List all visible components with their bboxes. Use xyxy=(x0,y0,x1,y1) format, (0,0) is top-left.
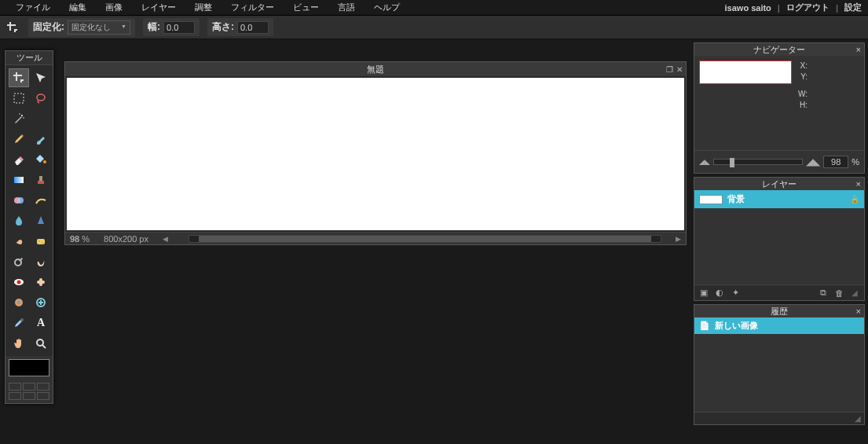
type-tool[interactable]: A xyxy=(31,314,51,332)
history-close-icon[interactable]: × xyxy=(856,306,861,316)
zoom-tool[interactable] xyxy=(31,334,51,353)
lock-icon: 🔒 xyxy=(850,195,859,204)
hand-tool[interactable] xyxy=(9,334,29,353)
width-input[interactable] xyxy=(163,21,195,34)
navigator-coordinates: X: Y: W: H: xyxy=(798,61,808,111)
blur-tool[interactable] xyxy=(9,211,29,230)
gradient-tool[interactable] xyxy=(9,171,29,189)
pinch-tool[interactable] xyxy=(31,293,51,312)
zoom-slider[interactable] xyxy=(713,159,803,165)
svg-point-24 xyxy=(37,339,43,346)
canvas-zoom-value: 98 xyxy=(70,234,79,244)
resize-grip-icon[interactable]: ◢ xyxy=(848,288,861,299)
move-tool[interactable] xyxy=(31,68,51,87)
pencil-tool[interactable] xyxy=(9,130,29,149)
fixation-select[interactable]: 固定化なし xyxy=(68,20,130,35)
navigator-title: ナビゲーター xyxy=(753,44,805,56)
history-item[interactable]: 📄 新しい画像 xyxy=(694,317,864,334)
svg-point-13 xyxy=(42,242,43,244)
color-replace-tool[interactable] xyxy=(9,191,29,210)
duplicate-layer-icon[interactable]: ⧉ xyxy=(817,288,830,299)
zoom-value-input[interactable]: 98 xyxy=(823,156,848,168)
menu-layer[interactable]: レイヤー xyxy=(132,0,185,15)
navigator-thumbnail[interactable] xyxy=(699,61,792,84)
menu-file[interactable]: ファイル xyxy=(6,0,60,15)
svg-point-12 xyxy=(38,240,40,242)
settings-link[interactable]: 設定 xyxy=(844,2,862,13)
layer-fx-icon[interactable]: ✦ xyxy=(729,288,742,299)
burn-tool[interactable] xyxy=(31,252,51,271)
red-eye-tool[interactable] xyxy=(9,273,29,292)
empty-tool-slot xyxy=(31,109,51,128)
tools-panel: ツール A xyxy=(5,50,53,404)
svg-point-2 xyxy=(21,115,23,116)
user-name: isawo saito xyxy=(725,3,771,13)
menu-edit[interactable]: 編集 xyxy=(60,0,96,15)
height-label: 高さ: xyxy=(212,20,234,34)
history-item-label: 新しい画像 xyxy=(715,320,758,332)
sharpen-tool[interactable] xyxy=(31,211,51,230)
swatch-palette[interactable] xyxy=(5,380,53,403)
svg-rect-7 xyxy=(38,181,44,184)
svg-rect-8 xyxy=(39,176,42,181)
brush-tool[interactable] xyxy=(31,130,51,149)
layer-name: 背景 xyxy=(727,193,745,205)
navigator-close-icon[interactable]: × xyxy=(856,45,861,54)
canvas-dimensions: 800x200 px xyxy=(104,234,148,244)
layers-close-icon[interactable]: × xyxy=(856,179,861,189)
options-bar: 固定化: 固定化なし 幅: 高さ: xyxy=(0,16,868,39)
menu-filter[interactable]: フィルター xyxy=(222,0,284,15)
eraser-tool[interactable] xyxy=(9,150,29,169)
layer-mask-icon[interactable]: ◐ xyxy=(713,288,726,299)
menu-image[interactable]: 画像 xyxy=(96,0,132,15)
new-layer-icon[interactable]: ▣ xyxy=(698,288,710,299)
layer-row[interactable]: 背景 🔒 xyxy=(694,190,864,208)
zoom-out-icon[interactable]: ◢◣ xyxy=(699,158,710,166)
sponge-tool[interactable] xyxy=(31,232,51,251)
paint-bucket-tool[interactable] xyxy=(31,150,51,169)
spot-heal-tool[interactable] xyxy=(31,273,51,292)
svg-rect-0 xyxy=(14,94,24,103)
lasso-tool[interactable] xyxy=(31,89,51,108)
crop-tool[interactable] xyxy=(9,68,29,87)
menu-view[interactable]: ビュー xyxy=(284,0,328,15)
horizontal-scrollbar[interactable] xyxy=(189,235,661,243)
resize-grip-icon[interactable]: ◢ xyxy=(852,413,864,424)
menu-adjust[interactable]: 調整 xyxy=(185,0,222,15)
canvas-titlebar[interactable]: 無題 ❐ ✕ xyxy=(65,62,686,76)
maximize-icon[interactable]: ❐ xyxy=(666,65,673,74)
drawing-tool[interactable] xyxy=(31,191,51,210)
svg-point-10 xyxy=(17,197,24,204)
svg-rect-11 xyxy=(37,239,45,244)
svg-rect-19 xyxy=(39,278,42,286)
canvas-window: 無題 ❐ ✕ 98 % 800x200 px ◀ ▶ xyxy=(64,61,687,245)
height-input[interactable] xyxy=(237,21,269,34)
layers-footer: ▣ ◐ ✦ ⧉ 🗑 ◢ xyxy=(694,284,864,300)
svg-point-17 xyxy=(17,281,21,284)
canvas-status-bar: 98 % 800x200 px ◀ ▶ xyxy=(65,232,686,244)
color-picker-tool[interactable] xyxy=(9,314,29,332)
marquee-tool[interactable] xyxy=(9,89,29,108)
svg-point-3 xyxy=(23,117,24,118)
menu-language[interactable]: 言語 xyxy=(328,0,364,15)
logout-link[interactable]: ログアウト xyxy=(786,2,830,13)
close-icon[interactable]: ✕ xyxy=(676,65,683,74)
layers-title: レイヤー xyxy=(762,178,797,190)
zoom-in-icon[interactable]: ◢◣ xyxy=(806,156,820,167)
width-label: 幅: xyxy=(148,20,160,34)
canvas[interactable] xyxy=(67,78,684,230)
bloat-tool[interactable] xyxy=(9,293,29,312)
svg-point-23 xyxy=(20,318,24,321)
navigator-panel: ナビゲーター × X: Y: W: H: ◢◣ ◢◣ 98 % xyxy=(694,42,865,174)
menu-help[interactable]: ヘルプ xyxy=(364,0,409,15)
history-item-icon: 📄 xyxy=(699,321,710,331)
dodge-tool[interactable] xyxy=(9,252,29,271)
delete-layer-icon[interactable]: 🗑 xyxy=(833,288,845,299)
svg-point-5 xyxy=(43,160,46,163)
wand-tool[interactable] xyxy=(9,109,29,128)
clone-stamp-tool[interactable] xyxy=(31,171,51,189)
tools-panel-title: ツール xyxy=(5,51,53,65)
smudge-tool[interactable] xyxy=(9,232,29,251)
foreground-color-swatch[interactable] xyxy=(9,359,49,376)
layers-panel: レイヤー × 背景 🔒 ▣ ◐ ✦ ⧉ 🗑 xyxy=(694,177,865,301)
